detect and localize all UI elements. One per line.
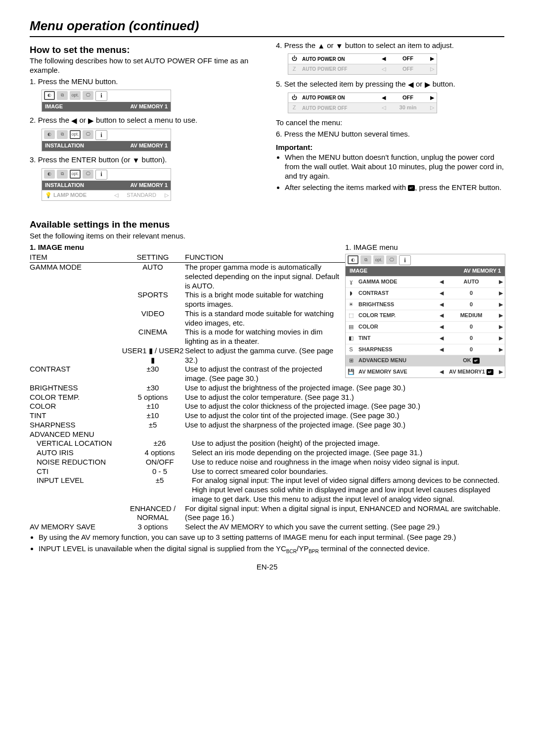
- cell-function: Use to correct smeared color boundaries.: [192, 467, 504, 476]
- cell-setting: ±5: [128, 476, 192, 504]
- menu-tab-icon: 🖵: [83, 91, 93, 100]
- panel-row-icon: ɣ: [346, 279, 356, 285]
- menu-tab-icon: opt.: [70, 91, 81, 100]
- image-menu-panel: ◐ ⧉ opt. 🖵 i IMAGE AV MEMORY 1 ɣGAMMA MO…: [345, 254, 505, 378]
- table-row: AV MEMORY SAVE3 optionsSelect the AV MEM…: [30, 522, 504, 532]
- right-arrow-icon: ▷: [163, 192, 171, 199]
- table-row: ADVANCED MENU: [30, 430, 504, 439]
- table-header-row: ITEM SETTING FUNCTION: [30, 253, 345, 263]
- important-item: When the MENU button doesn't function, u…: [285, 153, 504, 181]
- menu-tab-icon: ◐: [348, 255, 358, 264]
- right-arrow-icon: ▶: [497, 290, 505, 297]
- left-arrow-icon: ◀: [438, 369, 445, 376]
- cell-function: Use to reduce noise and roughness in the…: [192, 458, 504, 467]
- table-row: ENHANCED / NORMALFor digital signal inpu…: [30, 504, 504, 523]
- table-row: GAMMA MODE AUTO The proper gamma mode is…: [30, 263, 345, 290]
- table-row: SPORTS This is a bright mode suitable fo…: [30, 290, 345, 309]
- menu-tab-icon: 🖵: [83, 130, 93, 139]
- cell-setting: ±26: [128, 439, 192, 448]
- panel-row: ☀BRIGHTNESS◀0▶: [346, 299, 505, 310]
- menu-mini-label: AUTO POWER OFF: [300, 104, 379, 112]
- panel-row-label: TINT: [356, 333, 438, 344]
- sleep-icon: Z: [288, 103, 300, 113]
- power-icon: ⏻: [288, 93, 300, 103]
- cell-setting: ON/OFF: [128, 458, 192, 467]
- cell-item: SHARPNESS: [30, 421, 121, 430]
- menu-title-right: AV MEMORY 1: [127, 102, 171, 112]
- menu-mini-label: AUTO POWER ON: [300, 94, 379, 102]
- table-row: INPUT LEVEL±5For analog signal input: Th…: [30, 476, 504, 504]
- panel-row-icon: ☀: [346, 301, 356, 308]
- col-function: FUNCTION: [185, 253, 345, 262]
- cell-item: TINT: [30, 411, 121, 421]
- panel-row: ⬚COLOR TEMP.◀MEDIUM▶: [346, 310, 505, 321]
- info-icon: i: [399, 255, 411, 265]
- panel-title-left: IMAGE: [346, 266, 459, 276]
- info-icon: i: [95, 170, 107, 180]
- advanced-icon: ⊞: [346, 357, 356, 364]
- cell-function: For analog signal input: The input level…: [192, 476, 504, 504]
- right-arrow-icon: ▷: [428, 104, 437, 111]
- enter-icon: ↵: [487, 369, 493, 375]
- menu-screenshot-1: ◐ ⧉ opt. 🖵 i IMAGE AV MEMORY 1: [42, 90, 171, 112]
- menu-mini-value: OFF: [388, 94, 428, 101]
- table-row: CTI0 - 5Use to correct smeared color bou…: [30, 467, 504, 476]
- cell-function: Use to adjust the color temperature. (Se…: [185, 393, 504, 402]
- left-arrow-icon: ◁: [379, 66, 388, 73]
- left-arrow-icon: ◀: [438, 290, 445, 297]
- menu-mini-label: AUTO POWER OFF: [300, 65, 379, 73]
- left-arrow-icon: ◀: [438, 301, 445, 308]
- left-arrow-icon: ◀: [379, 94, 388, 101]
- panel-row-icon: ◧: [346, 335, 356, 342]
- panel-row-label: COLOR: [356, 322, 438, 332]
- menu-tab-icon: opt.: [373, 255, 384, 264]
- cell-function: Use to adjust the color tint of the proj…: [185, 411, 504, 421]
- col-setting: SETTING: [121, 253, 185, 262]
- menu-title-left: INSTALLATION: [42, 181, 127, 190]
- right-arrow-icon: ▶: [497, 324, 505, 331]
- panel-row-icon: ◗: [346, 290, 356, 297]
- menu-tab-icon: opt.: [70, 130, 81, 139]
- cell-setting: 3 options: [121, 522, 185, 532]
- right-arrow-icon: ▶: [88, 116, 94, 126]
- menu-screenshot-4: ⏻ AUTO POWER ON ◀ OFF ▶ Z AUTO POWER OFF…: [288, 53, 437, 75]
- panel-row: ɣGAMMA MODE◀AUTO▶: [346, 276, 505, 287]
- section-title: Menu operation (continued): [30, 18, 504, 37]
- menu-item-value: STANDARD: [120, 190, 163, 200]
- cell-function: For digital signal input: When a digital…: [185, 504, 504, 523]
- panel-row: ▤COLOR◀0▶: [346, 321, 505, 332]
- table-row: VERTICAL LOCATION±26Use to adjust the po…: [30, 439, 504, 448]
- settings-table: ITEM SETTING FUNCTION GAMMA MODE AUTO Th…: [30, 253, 345, 383]
- panel-row-icon: ⬚: [346, 312, 356, 319]
- cell-function: Select the AV MEMORY to which you save t…: [185, 522, 504, 532]
- right-arrow-icon: ▶: [497, 335, 505, 342]
- cancel-label: To cancel the menu:: [276, 118, 504, 128]
- panel-row: ◧TINT◀0▶: [346, 332, 505, 344]
- right-arrow-icon: ▶: [425, 80, 431, 90]
- panel-row: SSHARPNESS◀0▶: [346, 344, 505, 355]
- panel-row-value: 0: [445, 346, 497, 353]
- step-2: 2. Press the ◀ or ▶ button to select a m…: [30, 116, 258, 126]
- menu-title-right: AV MEMORY 1: [127, 141, 171, 151]
- table-row: BRIGHTNESS±30Use to adjust the brightnes…: [30, 383, 504, 393]
- table-row: NOISE REDUCTIONON/OFFUse to reduce noise…: [30, 458, 504, 467]
- panel-row-value: 0: [445, 301, 497, 308]
- panel-row-label: CONTRAST: [356, 288, 438, 299]
- panel-row-icon: ▤: [346, 324, 356, 331]
- menu-mini-label: AUTO POWER ON: [300, 55, 379, 63]
- cell-item: AV MEMORY SAVE: [30, 522, 121, 532]
- menu-item-label: 💡 LAMP MODE: [42, 190, 112, 200]
- up-arrow-icon: ▲: [317, 42, 325, 51]
- left-arrow-icon: ◀: [438, 346, 445, 353]
- sleep-icon: Z: [288, 64, 300, 74]
- panel-row-value: MEDIUM: [445, 312, 497, 319]
- panel-row-value: 0: [445, 335, 497, 342]
- left-arrow-icon: ◀: [438, 324, 445, 331]
- footnote-item: INPUT LEVEL is unavailable when the digi…: [39, 544, 504, 555]
- cell-item: COLOR: [30, 402, 121, 411]
- cell-item: BRIGHTNESS: [30, 383, 121, 393]
- menu-mini-value: 30 min: [388, 104, 428, 111]
- how-to-heading: How to set the menus:: [30, 44, 258, 56]
- cell-item: ADVANCED MENU: [30, 430, 121, 439]
- table-row: TINT±10Use to adjust the color tint of t…: [30, 411, 504, 421]
